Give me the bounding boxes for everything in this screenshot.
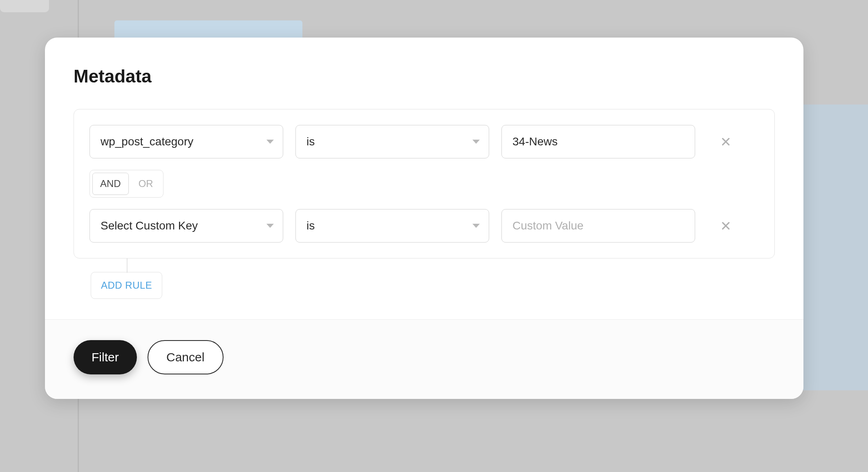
add-rule-button[interactable]: ADD RULE (91, 272, 162, 299)
rule-value-input[interactable] (501, 125, 695, 158)
add-rule-wrap: ADD RULE (74, 258, 775, 299)
chevron-down-icon (472, 224, 480, 228)
close-icon (720, 220, 731, 231)
rule-value-input[interactable] (501, 209, 695, 243)
remove-rule-button[interactable] (716, 131, 736, 152)
modal-title: Metadata (74, 66, 775, 87)
metadata-filter-modal: Metadata wp_post_category is (45, 38, 803, 399)
chevron-down-icon (266, 140, 274, 144)
cancel-button[interactable]: Cancel (148, 340, 224, 374)
connector-row: AND OR (89, 170, 759, 198)
rule-key-value: wp_post_category (101, 135, 193, 148)
remove-rule-button[interactable] (716, 216, 736, 236)
modal-footer: Filter Cancel (45, 319, 803, 399)
connector-and-button[interactable]: AND (92, 173, 129, 195)
rule-key-select[interactable]: Select Custom Key (89, 209, 283, 243)
rule-key-value: Select Custom Key (101, 219, 198, 232)
rules-container: wp_post_category is AND OR (74, 109, 775, 258)
rule-key-select[interactable]: wp_post_category (89, 125, 283, 158)
rule-row: Select Custom Key is (89, 209, 759, 243)
modal-body: Metadata wp_post_category is (45, 38, 803, 319)
connector-or-button[interactable]: OR (131, 173, 161, 195)
connector-line (127, 258, 128, 273)
rule-operator-select[interactable]: is (295, 125, 489, 158)
rule-operator-value: is (306, 135, 315, 148)
chevron-down-icon (472, 140, 480, 144)
filter-button[interactable]: Filter (74, 340, 137, 374)
rule-operator-select[interactable]: is (295, 209, 489, 243)
connector-toggle-group: AND OR (89, 170, 163, 198)
chevron-down-icon (266, 224, 274, 228)
close-icon (720, 136, 731, 147)
rule-row: wp_post_category is (89, 125, 759, 158)
rule-operator-value: is (306, 219, 315, 232)
bg-decor (0, 0, 49, 12)
